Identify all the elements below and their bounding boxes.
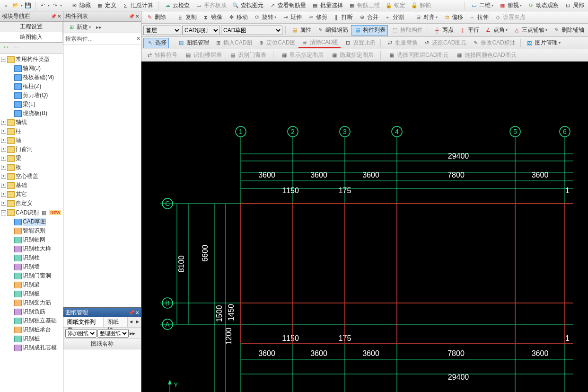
tree-item[interactable]: 剪力墙(Q) — [1, 91, 62, 100]
cadsketch-select[interactable]: CAD草图 — [221, 26, 282, 35]
flat-button[interactable]: ▭平齐板顶 — [193, 1, 228, 10]
modcadlabel-button[interactable]: ✎修改CAD标注 — [469, 38, 517, 48]
scroll-right-icon[interactable]: ▸ — [134, 317, 141, 327]
sum-button[interactable]: Σ汇总计算 — [119, 1, 155, 10]
tree-common-types[interactable]: −常用构件类型 — [1, 55, 62, 64]
cloud-check-button[interactable]: ☁云检查 — [161, 1, 192, 10]
parallel-button[interactable]: ‖平行 — [456, 26, 481, 35]
tree-category[interactable]: +板 — [1, 163, 62, 172]
tree-item[interactable]: 梁(L) — [1, 100, 62, 109]
tree-category[interactable]: +柱 — [1, 127, 62, 136]
close-icon[interactable]: ✕ — [57, 14, 61, 19]
save-icon[interactable]: 💾 — [24, 1, 32, 10]
expand-icon[interactable]: ⁺⁺ — [2, 44, 10, 53]
tree-cad-item[interactable]: 识别梁 — [1, 280, 62, 289]
extend-button[interactable]: ⇥延伸 — [279, 13, 304, 22]
cadrec-select[interactable]: CAD识别 — [182, 26, 220, 35]
hidelayer-button[interactable]: ▦隐藏指定图层 — [328, 51, 376, 60]
tree-item[interactable]: 现浇板(B) — [1, 109, 62, 118]
tree-cad-item[interactable]: CAD草图 — [1, 217, 62, 226]
scroll-left-icon[interactable]: ◂ — [128, 317, 134, 327]
trim-button[interactable]: ✂修剪 — [305, 13, 329, 22]
overlook-button[interactable]: ▦俯视▾ — [496, 1, 524, 10]
rebar3d-button[interactable]: ▦钢筋三维 — [346, 1, 382, 10]
floor-select[interactable]: 首层 — [143, 26, 181, 35]
tab-drawing-files[interactable]: 图纸文件列表 — [63, 317, 104, 327]
redo-icon[interactable]: ↷ — [51, 1, 59, 10]
dynamic-observe-button[interactable]: ⟳动态观察 — [525, 1, 561, 10]
picmgr-button[interactable]: ▤图纸管理 — [175, 38, 211, 48]
break-button[interactable]: ‖打断 — [330, 13, 355, 22]
setscale-button[interactable]: ⊡设置比例 — [342, 38, 377, 48]
recfloor-button[interactable]: ▤识别楼层表 — [182, 51, 224, 60]
lock-button[interactable]: 🔒锁定 — [383, 1, 407, 10]
collapse-icon[interactable]: ⁻⁻ — [12, 44, 21, 53]
unlock-button[interactable]: 🔓解锁 — [408, 1, 433, 10]
copy-button[interactable]: ⎘复制 — [174, 13, 199, 22]
offset-button[interactable]: ⇉偏移 — [440, 13, 465, 22]
editrebar-button[interactable]: ✎编辑钢筋 — [314, 26, 350, 35]
new-component-button[interactable]: ⊞新建▾ — [65, 23, 93, 32]
tree-cad-item[interactable]: 识别墙 — [1, 262, 62, 271]
rotate-button[interactable]: ⟳旋转▾ — [251, 13, 278, 22]
tree-cad-item[interactable]: 识别柱 — [1, 253, 62, 262]
move-button[interactable]: ✥移动 — [225, 13, 250, 22]
tree-cad-item[interactable]: 识别轴网 — [1, 235, 62, 244]
tab-project-settings[interactable]: 工程设置 — [0, 22, 63, 32]
pickcomp-button[interactable]: ⬚拾取构件 — [389, 26, 425, 35]
tree-cad-item[interactable]: 识别受力筋 — [1, 298, 62, 307]
hide-button[interactable]: 👁隐藏 — [68, 1, 93, 10]
showlayer-button[interactable]: ▦显示指定图层 — [278, 51, 325, 60]
undo-icon[interactable]: ↶ — [38, 1, 47, 10]
select-button[interactable]: ↖选择 — [143, 38, 169, 48]
view-rebar-button[interactable]: ↗查看钢筋量 — [266, 1, 308, 10]
more-icon[interactable]: ▸▸ — [130, 330, 135, 337]
open-icon[interactable]: 📂 — [11, 1, 20, 10]
tree-cad-item[interactable]: 识别独立基础 — [1, 316, 62, 325]
ptangle-button[interactable]: ∠点角▾ — [482, 26, 509, 35]
tree-category[interactable]: +轴线 — [1, 118, 62, 127]
cad-canvas[interactable]: 1234562940036003600360078003600115017511… — [141, 62, 588, 392]
tree-item[interactable]: 筏板基础(M) — [1, 73, 62, 82]
recdoor-button[interactable]: ▤识别门窗表 — [227, 51, 268, 60]
tree-category[interactable]: +基础 — [1, 181, 62, 190]
clear-icon[interactable]: ✕ — [136, 35, 140, 43]
tree-cad-item[interactable]: 识别负筋 — [1, 307, 62, 316]
tree-cad-item[interactable]: 识别板 — [1, 289, 62, 298]
setgrip-button[interactable]: ◇设置夹点 — [491, 13, 527, 22]
more-icon[interactable]: ▸▸ — [95, 23, 103, 32]
tree-cad-item[interactable]: 识别成孔芯模 — [1, 343, 62, 352]
local-button[interactable]: ⊡局部 — [562, 1, 586, 10]
twopt-button[interactable]: ┼两点 — [431, 26, 456, 35]
find-element-button[interactable]: 🔍查找图元 — [229, 1, 265, 10]
tree-cad-item[interactable]: 识别桩 — [1, 334, 62, 343]
stretch-button[interactable]: ↔拉伸 — [466, 13, 491, 22]
batchrep-button[interactable]: ⇄批量替换 — [384, 38, 420, 48]
close-icon[interactable]: ✕ — [135, 14, 139, 19]
tree-cad-item[interactable]: 智能识别 — [1, 226, 62, 235]
threeptaux-button[interactable]: △三点辅轴▾ — [510, 26, 549, 35]
mirror-button[interactable]: ⧗镜像 — [200, 13, 224, 22]
tree-item[interactable]: 轴网(J) — [1, 64, 62, 73]
close-icon[interactable]: ✕ — [135, 310, 139, 315]
tree-cad-item[interactable]: 识别柱大样 — [1, 244, 62, 253]
tree-cad-rec[interactable]: −CAD识别 ▦NEW — [1, 208, 62, 217]
pin-icon[interactable]: 📌 — [129, 310, 134, 315]
tree-category[interactable]: +空心楼盖 — [1, 172, 62, 181]
merge-button[interactable]: ⊕合并 — [356, 13, 380, 22]
attr-button[interactable]: ▤属性 — [289, 26, 313, 35]
tree-cad-item[interactable]: 识别桩承台 — [1, 325, 62, 334]
delete-button[interactable]: ✎删除 — [143, 13, 168, 22]
complist-button[interactable]: ▤构件列表 — [351, 25, 388, 36]
tree-category[interactable]: +其它 — [1, 190, 62, 199]
tree-category[interactable]: +自定义 — [1, 199, 62, 208]
convsym-button[interactable]: ⇄转换符号 — [143, 51, 179, 60]
selcolor-button[interactable]: ▦选择同颜色CAD图元 — [453, 51, 518, 60]
tree-category[interactable]: +门窗洞 — [1, 145, 62, 154]
picmgr2-button[interactable]: 🖼图片管理▾ — [524, 38, 562, 48]
insertcad-button[interactable]: ⊞插入CAD图 — [212, 38, 254, 48]
split-button[interactable]: ÷分割 — [381, 13, 406, 22]
add-drawing-dropdown[interactable]: 添加图纸 — [65, 329, 97, 338]
batch-select-button[interactable]: ▦批量选择 — [309, 1, 345, 10]
search-input[interactable] — [65, 36, 136, 42]
